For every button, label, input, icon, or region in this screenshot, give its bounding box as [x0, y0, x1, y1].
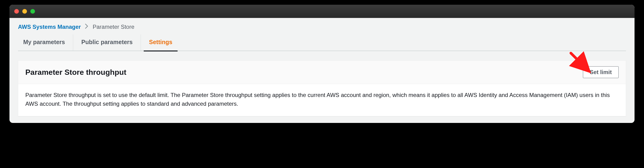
tab-bar: My parameters Public parameters Settings	[18, 34, 626, 51]
chevron-right-icon	[85, 24, 88, 30]
panel-title: Parameter Store throughput	[25, 68, 126, 77]
tab-public-parameters[interactable]: Public parameters	[73, 34, 141, 51]
breadcrumb-link-systems-manager[interactable]: AWS Systems Manager	[18, 24, 81, 30]
tab-my-parameters[interactable]: My parameters	[18, 34, 73, 51]
breadcrumb-current: Parameter Store	[92, 24, 134, 30]
maximize-window-icon[interactable]	[30, 9, 35, 14]
panel-body-text: Parameter Store throughput is set to use…	[18, 84, 626, 116]
throughput-panel: Parameter Store throughput Set limit Par…	[18, 60, 626, 116]
window-content: AWS Systems Manager Parameter Store My p…	[10, 18, 634, 116]
set-limit-button[interactable]: Set limit	[583, 66, 619, 78]
close-window-icon[interactable]	[14, 9, 19, 14]
minimize-window-icon[interactable]	[22, 9, 27, 14]
panel-header: Parameter Store throughput Set limit	[18, 61, 626, 84]
app-window: AWS Systems Manager Parameter Store My p…	[10, 5, 634, 123]
tab-settings[interactable]: Settings	[141, 34, 180, 51]
breadcrumb: AWS Systems Manager Parameter Store	[10, 18, 634, 34]
window-title-bar	[10, 5, 634, 18]
